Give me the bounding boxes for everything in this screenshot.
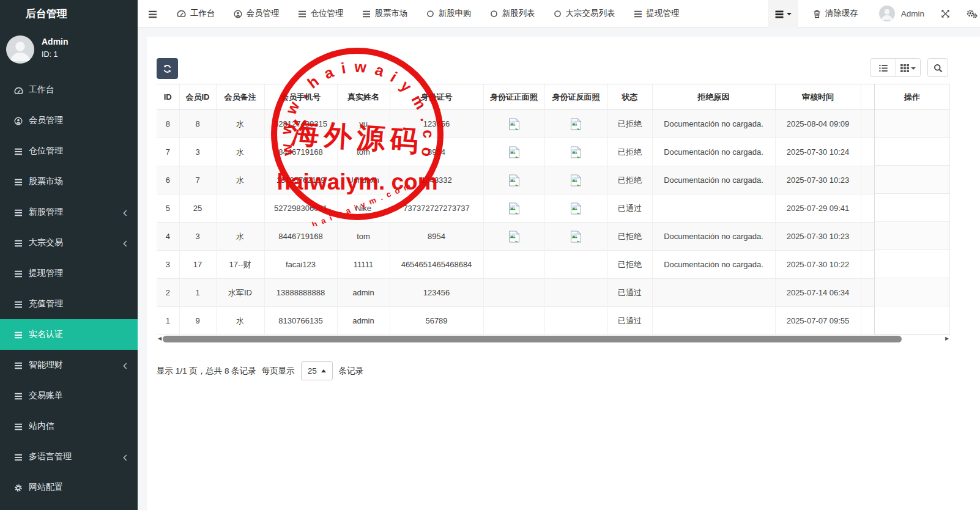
id-front-photo-cell [483, 166, 544, 194]
nav-item-6[interactable]: 大宗交易列表 [544, 0, 625, 28]
sidebar-item-7[interactable]: 充值管理 [0, 289, 138, 319]
id-front-photo-cell [483, 307, 544, 335]
nav-item-3[interactable]: 股票市场 [353, 0, 417, 28]
sidebar-item-label: 智能理财 [29, 360, 63, 371]
column-header[interactable]: 身份证反面照 [544, 84, 607, 110]
actions-cell [875, 306, 949, 334]
sidebar-item-3[interactable]: 股票市场 [0, 166, 138, 197]
scroll-right-arrow[interactable]: ▶ [944, 334, 950, 343]
column-header[interactable]: 身份证正面照 [483, 84, 544, 110]
broken-image-icon[interactable] [508, 203, 520, 212]
table-cell: 13888888888 [264, 279, 337, 307]
sidebar-item-label: 交易账单 [29, 390, 63, 401]
column-header[interactable]: 会员ID [179, 84, 216, 110]
sidebar-item-1[interactable]: 会员管理 [0, 105, 138, 136]
broken-image-icon[interactable] [570, 119, 582, 128]
sidebar-item-2[interactable]: 仓位管理 [0, 136, 138, 166]
sidebar-item-5[interactable]: 大宗交易 [0, 227, 138, 258]
table-row: 67水13135762169Ushdhxh1343332已拒绝Documenta… [157, 166, 950, 194]
broken-image-icon[interactable] [570, 231, 582, 240]
sidebar-item-12[interactable]: 多语言管理 [0, 442, 138, 472]
table-cell: Documentación no cargada. [652, 223, 775, 251]
column-header[interactable]: 会员备注 [216, 84, 264, 110]
per-page-select[interactable]: 25 [301, 361, 333, 380]
broken-image-icon[interactable] [570, 175, 582, 184]
records-table: ID会员ID会员备注会员手机号真实姓名身份证号身份证正面照身份证反面照状态拒绝原… [157, 84, 950, 335]
horizontal-scrollbar[interactable]: ◀ ▶ [157, 334, 950, 343]
table-cell: admin [337, 279, 390, 307]
nav-item-5[interactable]: 新股列表 [481, 0, 544, 28]
caret-down-icon [787, 9, 792, 18]
list-icon [14, 361, 29, 370]
sidebar-item-label: 实名认证 [29, 329, 63, 340]
nav-item-7[interactable]: 提现管理 [625, 0, 689, 28]
broken-image-icon[interactable] [508, 147, 520, 156]
column-header[interactable]: 状态 [607, 84, 652, 110]
search-button[interactable] [927, 58, 948, 77]
user-menu[interactable]: Admin [870, 6, 933, 21]
menu-toggle-icon[interactable] [138, 9, 168, 18]
sidebar-item-0[interactable]: 工作台 [0, 75, 138, 105]
nav-item-2[interactable]: 仓位管理 [289, 0, 353, 28]
column-header[interactable]: 身份证号 [390, 84, 483, 110]
table-cell: 已拒绝 [607, 166, 652, 194]
table-panel: ID会员ID会员备注会员手机号真实姓名身份证号身份证正面照身份证反面照状态拒绝原… [147, 37, 980, 510]
broken-image-icon[interactable] [508, 119, 520, 128]
scrollbar-track[interactable] [163, 335, 944, 343]
id-front-photo-cell [483, 194, 544, 223]
column-header[interactable]: 拒绝原因 [652, 84, 775, 110]
person-icon [879, 8, 895, 18]
broken-image-icon[interactable] [570, 147, 582, 156]
refresh-button[interactable] [157, 58, 178, 79]
sidebar-item-10[interactable]: 交易账单 [0, 380, 138, 411]
fullscreen-icon[interactable] [933, 9, 958, 19]
sidebar-item-6[interactable]: 提现管理 [0, 258, 138, 289]
per-page-suffix: 条记录 [339, 366, 364, 377]
sidebar-item-8[interactable]: 实名认证 [0, 319, 138, 350]
list-icon [14, 453, 29, 462]
id-back-photo-cell [544, 110, 607, 138]
table-row: 31717--财facai123111114654651465468684已拒绝… [157, 251, 950, 279]
table-cell: 1 [179, 279, 216, 307]
columns-dropdown-button[interactable] [896, 58, 921, 77]
table-row: 73水8446719168tom8954已拒绝Documentación no … [157, 138, 950, 166]
column-header[interactable]: 审核时间 [775, 84, 861, 110]
scrollbar-thumb[interactable] [163, 336, 902, 342]
broken-image-icon[interactable] [508, 175, 520, 184]
table-cell: 56789 [390, 307, 483, 335]
broken-image-icon[interactable] [570, 203, 582, 212]
table-cell: 已拒绝 [607, 223, 652, 251]
table-cell: 7 [179, 166, 216, 194]
sidebar-item-label: 会员管理 [29, 115, 63, 126]
nav-item-1[interactable]: 会员管理 [225, 0, 289, 28]
sidebar: 后台管理 Admin ID: 1 工作台 会员管理 仓位管理 股票市场 新股管理… [0, 0, 138, 510]
table-cell: 2 [157, 279, 179, 307]
nav-list-dropdown-button[interactable] [768, 0, 798, 28]
table-cell: 123456 [390, 110, 483, 138]
table-cell: 水 [216, 307, 264, 335]
column-header[interactable]: ID [157, 84, 179, 110]
table-cell: 17--财 [216, 251, 264, 279]
nav-item-0[interactable]: 工作台 [168, 0, 225, 28]
settings-gears-icon[interactable] [958, 9, 980, 19]
id-back-photo-cell [544, 166, 607, 194]
list-icon [14, 330, 29, 339]
sidebar-item-9[interactable]: 智能理财 [0, 350, 138, 380]
column-header[interactable]: 会员手机号 [264, 84, 337, 110]
table-cell: Nike [337, 194, 390, 223]
clear-cache-button[interactable]: 清除缓存 [798, 8, 870, 19]
scroll-left-arrow[interactable]: ◀ [157, 334, 163, 343]
list-view-button[interactable] [870, 58, 896, 77]
sidebar-item-label: 工作台 [29, 84, 54, 95]
nav-item-4[interactable]: 新股申购 [417, 0, 481, 28]
sidebar-user-name: Admin [42, 37, 69, 46]
column-header[interactable]: 真实姓名 [337, 84, 390, 110]
sidebar-item-11[interactable]: 站内信 [0, 411, 138, 442]
sidebar-item-13[interactable]: 网站配置 [0, 472, 138, 503]
sidebar-item-4[interactable]: 新股管理 [0, 197, 138, 227]
table-cell: 13135762169 [264, 166, 337, 194]
table-cell: 已通过 [607, 194, 652, 223]
id-back-photo-cell [544, 223, 607, 251]
trash-icon [813, 9, 821, 18]
broken-image-icon[interactable] [508, 231, 520, 240]
